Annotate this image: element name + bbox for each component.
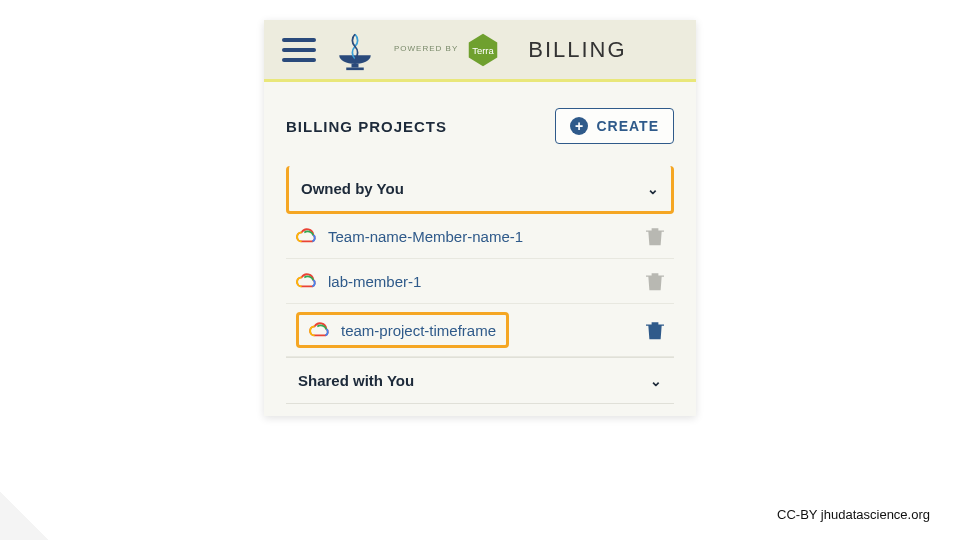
plus-circle-icon: + — [570, 117, 588, 135]
section-owned-by-you[interactable]: Owned by You ⌄ — [286, 166, 674, 214]
svg-text:Terra: Terra — [472, 44, 494, 55]
footer-credit: CC-BY jhudatascience.org — [777, 507, 930, 522]
project-row[interactable]: team-project-timeframe — [286, 304, 674, 357]
anvil-logo-icon — [334, 29, 376, 71]
heading-row: BILLING PROJECTS + CREATE — [286, 108, 674, 144]
google-cloud-icon — [296, 227, 318, 245]
project-row[interactable]: lab-member-1 — [286, 259, 674, 304]
terra-logo-icon: Terra — [464, 31, 502, 69]
trash-icon[interactable] — [646, 320, 664, 340]
project-name: Team-name-Member-name-1 — [328, 228, 523, 245]
chevron-down-icon: ⌄ — [647, 181, 659, 197]
svg-rect-0 — [352, 64, 359, 68]
google-cloud-icon — [296, 272, 318, 290]
project-row[interactable]: Team-name-Member-name-1 — [286, 214, 674, 259]
create-button-label: CREATE — [596, 118, 659, 134]
section-shared-with-you[interactable]: Shared with You ⌄ — [286, 357, 674, 404]
google-cloud-icon — [309, 321, 331, 339]
trash-icon[interactable] — [646, 226, 664, 246]
top-bar: POWERED BY Terra BILLING — [264, 20, 696, 82]
content-area: BILLING PROJECTS + CREATE Owned by You ⌄… — [264, 82, 696, 416]
powered-by-terra: POWERED BY Terra — [394, 31, 502, 69]
trash-icon[interactable] — [646, 271, 664, 291]
powered-by-label: POWERED BY — [394, 45, 458, 54]
page-title: BILLING — [528, 37, 626, 63]
page-fold-decoration — [0, 492, 48, 540]
section-label: Shared with You — [298, 372, 414, 389]
menu-icon[interactable] — [282, 38, 316, 62]
billing-panel: POWERED BY Terra BILLING BILLING PROJECT… — [264, 20, 696, 416]
project-name: team-project-timeframe — [341, 322, 496, 339]
svg-rect-1 — [346, 67, 364, 70]
chevron-down-icon: ⌄ — [650, 373, 662, 389]
billing-projects-heading: BILLING PROJECTS — [286, 118, 447, 135]
highlighted-project: team-project-timeframe — [296, 312, 509, 348]
section-label: Owned by You — [301, 180, 404, 197]
project-name: lab-member-1 — [328, 273, 421, 290]
create-button[interactable]: + CREATE — [555, 108, 674, 144]
